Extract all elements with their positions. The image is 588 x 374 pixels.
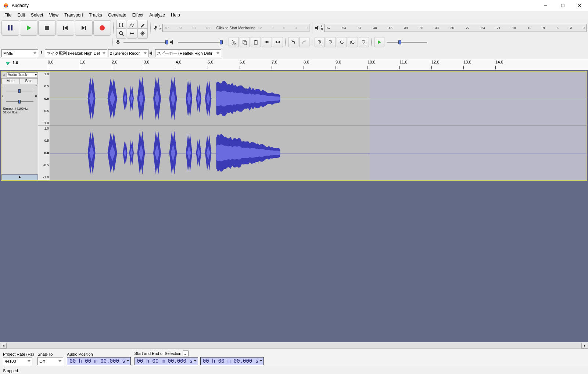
paste-button[interactable] [251, 37, 261, 47]
svg-marker-9 [27, 25, 31, 30]
svg-rect-41 [244, 41, 247, 45]
svg-rect-48 [279, 41, 280, 43]
redo-button[interactable] [299, 37, 309, 47]
speaker-icon [315, 25, 320, 31]
scroll-right-button[interactable]: ▸ [581, 343, 588, 349]
recording-meter[interactable]: -57-54-51-48-451 -18-12-9-6-30 Click to … [162, 24, 309, 32]
menu-tracks[interactable]: Tracks [86, 12, 105, 18]
track-format-info: Stereo, 44100Hz32-bit float [1, 105, 38, 116]
menu-edit[interactable]: Edit [14, 12, 28, 18]
svg-point-63 [362, 40, 365, 43]
tool-timeshift[interactable] [127, 28, 137, 39]
svg-marker-35 [170, 40, 173, 44]
playback-device-dropdown[interactable]: スピーカー (Realtek High Defir [155, 49, 221, 57]
selection-mode-dropdown[interactable] [183, 351, 189, 356]
track-close-button[interactable]: × [1, 73, 7, 77]
zoom-toggle-button[interactable] [359, 37, 369, 47]
svg-line-58 [331, 43, 333, 44]
zoom-out-button[interactable] [326, 37, 336, 47]
window-maximize-button[interactable] [554, 0, 571, 11]
svg-rect-11 [63, 26, 64, 30]
timeline-ruler[interactable]: 1.0 0.01.02.03.04.05.06.07.08.09.010.011… [0, 59, 588, 70]
playhead-pin-icon[interactable] [5, 61, 10, 66]
audio-host-dropdown[interactable]: MME [1, 49, 38, 57]
track-collapse-button[interactable]: ▲ [1, 174, 38, 180]
fit-project-button[interactable] [348, 37, 358, 47]
speaker-icon-3 [149, 51, 154, 56]
svg-rect-46 [266, 41, 268, 43]
playback-volume-slider[interactable] [176, 38, 223, 46]
playback-meter[interactable]: -57-54-51-48-45-39-36-33-30-27-24-21-18-… [324, 24, 587, 32]
horizontal-scrollbar[interactable]: ◂ ▸ [0, 342, 588, 349]
record-button[interactable] [93, 20, 111, 36]
svg-rect-2 [7, 6, 8, 7]
menubar: File Edit Select View Transport Tracks G… [0, 11, 588, 19]
menu-transport[interactable]: Transport [61, 12, 86, 18]
meter-prompt[interactable]: Click to Start Monitoring [163, 24, 309, 32]
menu-analyze[interactable]: Analyze [146, 12, 168, 18]
snap-to-label: Snap-To [37, 352, 63, 356]
track-control-panel: × Audio Track▾ Mute Solo –+ LR Stereo, 4… [1, 72, 38, 180]
menu-file[interactable]: File [1, 12, 14, 18]
snap-to-dropdown[interactable]: Off [37, 357, 63, 365]
track-pan-slider[interactable] [3, 99, 36, 104]
menu-effect[interactable]: Effect [129, 12, 146, 18]
selection-label: Start and End of Selection [135, 351, 182, 356]
skip-end-button[interactable] [75, 20, 93, 36]
track-area: × Audio Track▾ Mute Solo –+ LR Stereo, 4… [0, 70, 588, 342]
track-solo-button[interactable]: Solo [20, 78, 38, 84]
svg-rect-42 [254, 40, 257, 44]
svg-rect-44 [265, 41, 266, 43]
track-waveform-area[interactable] [50, 72, 587, 180]
project-rate-dropdown[interactable]: 44100 [3, 357, 32, 365]
svg-marker-14 [82, 26, 85, 30]
play-button[interactable] [20, 20, 37, 36]
waveform-right-channel[interactable] [50, 126, 587, 180]
fit-selection-button[interactable] [337, 37, 347, 47]
tool-multi[interactable] [137, 28, 148, 39]
audio-position-field[interactable]: 00 h 00 m 00.000 s [67, 357, 130, 365]
selection-start-field[interactable]: 00 h 00 m 00.000 s [135, 357, 198, 365]
playback-speed-slider[interactable] [385, 38, 429, 46]
track-gain-slider[interactable] [3, 89, 36, 93]
menu-help[interactable]: Help [168, 12, 183, 18]
window-close-button[interactable] [571, 0, 588, 11]
track-mute-button[interactable]: Mute [1, 78, 20, 84]
mic-icon-3 [39, 51, 44, 56]
menu-select[interactable]: Select [28, 12, 46, 18]
skip-start-button[interactable] [57, 20, 74, 36]
scroll-left-button[interactable]: ◂ [0, 343, 7, 349]
svg-marker-33 [315, 26, 318, 30]
play-at-speed-button[interactable] [374, 37, 384, 47]
selection-end-field[interactable]: 00 h 00 m 00.000 s [200, 357, 264, 365]
svg-point-15 [100, 25, 105, 30]
track-vertical-scale[interactable]: 1.00.50.0-0.5-1.0 1.00.50.0-0.5-1.0 [38, 72, 50, 180]
tool-zoom[interactable] [116, 28, 126, 39]
window-minimize-button[interactable] [537, 0, 554, 11]
zoom-in-button[interactable] [315, 37, 325, 47]
waveform-left-channel[interactable] [50, 72, 587, 126]
project-rate-label: Project Rate (Hz) [3, 352, 34, 356]
track-menu-dropdown[interactable]: Audio Track▾ [7, 72, 38, 77]
svg-rect-8 [11, 25, 12, 30]
svg-line-64 [365, 43, 366, 44]
cut-button[interactable] [229, 37, 239, 47]
menu-generate[interactable]: Generate [105, 12, 129, 18]
svg-rect-1 [4, 6, 5, 7]
trim-button[interactable] [262, 37, 272, 47]
recording-device-dropdown[interactable]: マイク配列 (Realtek High Def [45, 49, 107, 57]
recording-channels-dropdown[interactable]: 2 (Stereo) Recor [108, 49, 148, 57]
svg-rect-43 [255, 40, 257, 41]
recording-volume-slider[interactable] [121, 38, 169, 46]
stop-button[interactable] [38, 20, 56, 36]
silence-button[interactable] [273, 37, 283, 47]
pause-button[interactable] [1, 20, 19, 36]
menu-view[interactable]: View [46, 12, 61, 18]
undo-button[interactable] [288, 37, 298, 47]
copy-button[interactable] [240, 37, 250, 47]
status-bar: Stopped. [0, 367, 588, 374]
svg-rect-31 [155, 26, 157, 29]
mic-icon-2 [115, 40, 121, 45]
svg-marker-26 [133, 32, 134, 35]
ruler-ticks: 0.01.02.03.04.05.06.07.08.09.010.011.012… [48, 59, 588, 70]
